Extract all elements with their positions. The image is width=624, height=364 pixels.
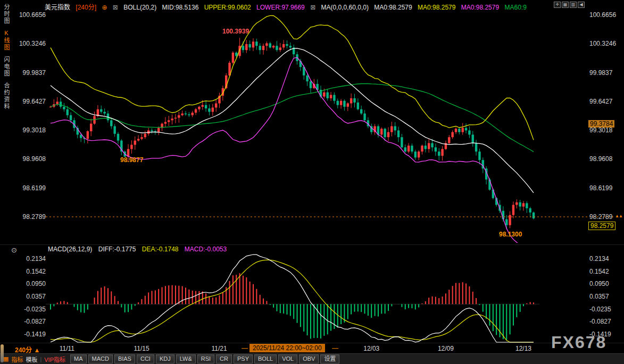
period-text: 240分 [15, 346, 32, 354]
remove-ma-icon[interactable]: ⊠ [310, 4, 315, 11]
trading-app: 分时图 K线图 闪电图 合约资料 美元指数 [240分] ⊕ ⊠ BOLL(20… [0, 0, 624, 364]
indicator-button-row: MAMACDBIASCCIKDJLW&RSICRPSYBOLLVOLOBV设置 [70, 354, 339, 363]
chart-header: 美元指数 [240分] ⊕ ⊠ BOLL(20,2) MID:98.5136 U… [45, 2, 530, 11]
range-dash-right: — [332, 344, 338, 352]
boll-button[interactable]: BOLL [254, 354, 277, 363]
boll-lower-value: LOWER:97.9669 [256, 4, 305, 11]
sidebar-tab-contract-info[interactable]: 合约资料 [2, 82, 11, 110]
sidebar-tab-kline-chart[interactable]: K线图 [2, 30, 11, 51]
boll-label: BOLL(20,2) [123, 4, 156, 11]
toolbar-divider: | [40, 356, 41, 362]
settings-button[interactable]: 设置 [320, 354, 339, 363]
ma60-value: MA60:9 [504, 4, 526, 11]
window-controls: ✛ ▦ ▥ ◀ [554, 2, 585, 8]
pane-toggle-icon[interactable]: ⊙ [11, 247, 17, 253]
period-indicator[interactable]: 240分 ▲ [15, 345, 40, 354]
x-axis-label: 12/03 [363, 345, 379, 352]
time-axis: 240分 ▲ — 2025/11/24 22:00~02:00 — 11/111… [0, 343, 624, 354]
obv-button[interactable]: OBV [299, 354, 319, 363]
candle-chart-icon[interactable]: ▥ [570, 2, 577, 8]
tab-indicators[interactable]: 指标 [11, 355, 23, 363]
tab-templates[interactable]: 模板 [26, 355, 37, 363]
band-price-badge: 99.3784 [588, 120, 614, 128]
rsi-button[interactable]: RSI [197, 354, 214, 363]
indicator-grid-icon[interactable]: ▦ [3, 355, 9, 362]
boll-mid-value: MID:98.5136 [162, 4, 199, 11]
ma0-value-3: MA0:98.2579 [461, 4, 499, 11]
cr-button[interactable]: CR [216, 354, 232, 363]
bar-chart-icon[interactable]: ▦ [562, 2, 569, 8]
macd-label: MACD(26,12,9) [48, 246, 92, 253]
macd-value: MACD:-0.0053 [185, 246, 227, 253]
low-price-annotation-1: 98.9877 [120, 156, 143, 164]
kdj-button[interactable]: KDJ [156, 354, 174, 363]
macd-dea-value: DEA:-0.1748 [142, 246, 179, 253]
bias-button[interactable]: BIAS [114, 354, 135, 363]
x-axis-label: 12/09 [438, 345, 454, 352]
remove-boll-icon[interactable]: ⊠ [113, 4, 118, 11]
low-price-annotation-2: 98.1300 [499, 231, 522, 238]
chart-canvas[interactable] [0, 0, 624, 364]
tab-vip-indicators[interactable]: VIP指标 [44, 355, 65, 363]
range-dash-left: — [242, 344, 248, 352]
lw-button[interactable]: LW& [176, 354, 196, 363]
symbol-name: 美元指数 [45, 4, 70, 11]
x-axis-label: 11/11 [60, 345, 74, 352]
cci-button[interactable]: CCI [137, 354, 154, 363]
sidebar-tab-time-chart[interactable]: 分时图 [2, 4, 11, 24]
boll-upper-value: UPPER:99.0602 [204, 4, 251, 11]
price-alert-arrows-icon: ▲▲ [615, 214, 622, 218]
tile-windows-icon[interactable]: ✛ [554, 2, 561, 8]
x-axis-label: 11/21 [212, 345, 227, 352]
collapse-panel-icon[interactable]: ◀ [578, 2, 585, 8]
overlay-toggle-icon[interactable]: ⊕ [102, 4, 107, 11]
sidebar-scroll-indicator[interactable] [1, 344, 4, 362]
ma0-value-1: MA0:98.2579 [374, 4, 412, 11]
period-badge[interactable]: [240分] [76, 4, 96, 11]
x-axis-label: 12/13 [515, 345, 531, 352]
psy-button[interactable]: PSY [234, 354, 253, 363]
macd-header: MACD(26,12,9) DIFF:-0.1775 DEA:-0.1748 M… [48, 246, 231, 253]
ma-button[interactable]: MA [70, 354, 87, 363]
bottom-toolbar: ▦ 指标 模板 | VIP指标 MAMACDBIASCCIKDJLW&RSICR… [0, 353, 624, 364]
selected-range-label: 2025/11/24 22:00~02:00 [249, 344, 325, 352]
last-price-badge: 98.2579 [588, 222, 615, 230]
high-price-annotation: 100.3939 [222, 28, 249, 35]
left-sidebar: 分时图 K线图 闪电图 合约资料 [0, 0, 11, 329]
ma-group-label: MA(0,0,0,60,0,0) [321, 4, 369, 11]
period-dropdown-icon: ▲ [34, 346, 40, 354]
vol-button[interactable]: VOL [278, 354, 297, 363]
ma0-value-2: MA0:98.2579 [418, 4, 455, 11]
sidebar-tab-flash-chart[interactable]: 闪电图 [2, 56, 11, 77]
x-axis-label: 11/15 [134, 345, 149, 352]
macd-button[interactable]: MACD [88, 354, 113, 363]
macd-diff-value: DIFF:-0.1775 [98, 246, 136, 253]
